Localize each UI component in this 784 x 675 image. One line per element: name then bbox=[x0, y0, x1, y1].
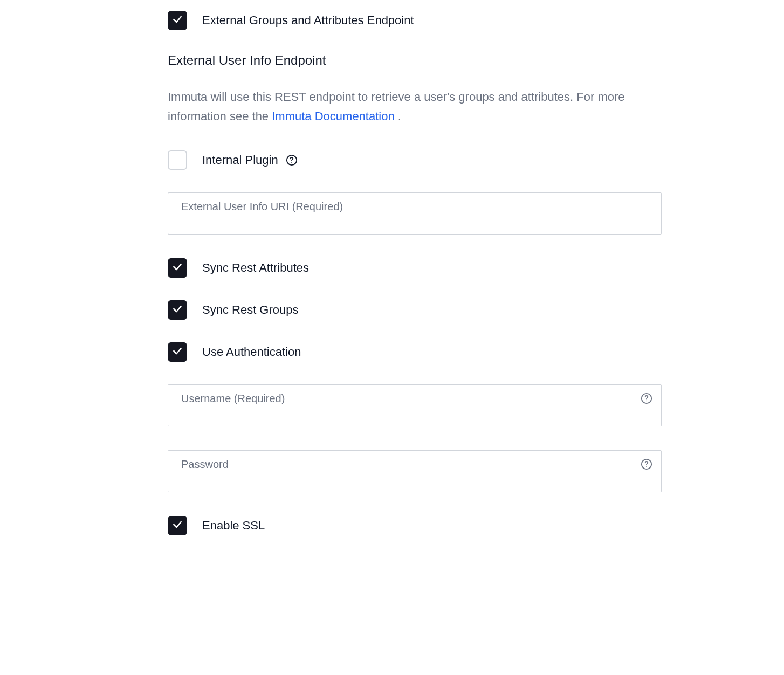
description-suffix: . bbox=[395, 109, 401, 123]
external-user-info-uri-field: External User Info URI (Required) bbox=[168, 192, 662, 235]
documentation-link[interactable]: Immuta Documentation bbox=[272, 109, 394, 123]
enable-ssl-checkbox[interactable] bbox=[168, 516, 187, 535]
check-icon bbox=[172, 304, 183, 316]
help-icon[interactable] bbox=[641, 458, 652, 470]
username-input[interactable] bbox=[168, 385, 661, 426]
svg-point-1 bbox=[291, 162, 292, 162]
username-field: Username (Required) bbox=[168, 384, 662, 426]
sync-rest-attributes-checkbox[interactable] bbox=[168, 258, 187, 278]
sync-rest-groups-label: Sync Rest Groups bbox=[202, 303, 299, 317]
external-groups-attributes-checkbox[interactable] bbox=[168, 11, 187, 30]
sync-rest-groups-row: Sync Rest Groups bbox=[168, 300, 662, 320]
password-input[interactable] bbox=[168, 451, 661, 492]
check-icon bbox=[172, 261, 183, 274]
use-authentication-checkbox[interactable] bbox=[168, 342, 187, 362]
help-icon[interactable] bbox=[286, 154, 298, 166]
sync-rest-groups-checkbox[interactable] bbox=[168, 300, 187, 320]
external-groups-attributes-label: External Groups and Attributes Endpoint bbox=[202, 13, 414, 27]
check-icon bbox=[172, 519, 183, 532]
svg-point-5 bbox=[646, 466, 647, 466]
check-icon bbox=[172, 346, 183, 359]
section-heading: External User Info Endpoint bbox=[168, 53, 662, 68]
external-groups-attributes-row: External Groups and Attributes Endpoint bbox=[168, 11, 662, 30]
use-authentication-row: Use Authentication bbox=[168, 342, 662, 362]
use-authentication-label: Use Authentication bbox=[202, 345, 301, 359]
check-icon bbox=[172, 14, 183, 27]
internal-plugin-row: Internal Plugin bbox=[168, 150, 662, 170]
internal-plugin-checkbox[interactable] bbox=[168, 150, 187, 170]
sync-rest-attributes-row: Sync Rest Attributes bbox=[168, 258, 662, 278]
help-icon[interactable] bbox=[641, 392, 652, 404]
password-field: Password bbox=[168, 450, 662, 492]
external-user-info-uri-input[interactable] bbox=[168, 193, 661, 234]
enable-ssl-label: Enable SSL bbox=[202, 519, 265, 533]
enable-ssl-row: Enable SSL bbox=[168, 516, 662, 535]
internal-plugin-label: Internal Plugin bbox=[202, 153, 278, 167]
sync-rest-attributes-label: Sync Rest Attributes bbox=[202, 261, 309, 275]
svg-point-3 bbox=[646, 400, 647, 401]
section-description: Immuta will use this REST endpoint to re… bbox=[168, 87, 662, 127]
